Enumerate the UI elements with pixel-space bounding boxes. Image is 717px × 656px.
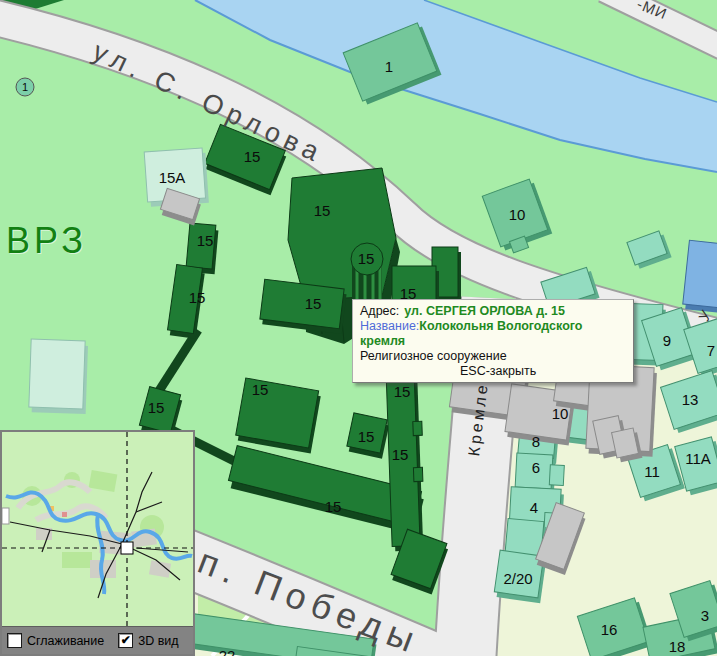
tooltip-address-row: Адрес:ул. СЕРГЕЯ ОРЛОВА д. 15 xyxy=(360,304,626,319)
address-value: ул. СЕРГЕЯ ОРЛОВА д. 15 xyxy=(404,304,565,318)
minimap-toolbar: Сглаживание ✔ 3D вид xyxy=(2,626,193,654)
building-label-15a: 15А xyxy=(159,169,186,186)
building-label-13: 13 xyxy=(682,391,699,408)
kremlin-label-15: 15 xyxy=(189,289,206,306)
address-label: Адрес: xyxy=(360,304,399,318)
building-label-10-north: 10 xyxy=(509,206,526,223)
view3d-checkbox[interactable]: ✔ xyxy=(118,633,133,648)
building-label-8: 8 xyxy=(532,433,540,450)
kremlin-label-15: 15 xyxy=(394,383,411,400)
view3d-checkbox-label: 3D вид xyxy=(138,634,178,648)
building-label-18: 18 xyxy=(669,638,686,655)
building-label-10: 10 xyxy=(552,405,569,422)
name-label: Название: xyxy=(360,319,419,333)
tooltip-dismiss-hint: ESC-закрыть xyxy=(360,364,626,379)
building-label-11a: 11А xyxy=(685,450,711,467)
map-view[interactable]: .kt{fill:#1f7c34;stroke:#0c3a16;stroke-w… xyxy=(0,0,717,656)
building-label-22: 22 xyxy=(219,647,236,656)
building-label-4: 4 xyxy=(530,499,538,516)
kremlin-label-15: 15 xyxy=(305,295,322,312)
building-label-7: 7 xyxy=(707,342,715,359)
view3d-checkmark: ✔ xyxy=(121,633,131,647)
kremlin-label-15: 15 xyxy=(325,498,342,515)
building-label-3: 3 xyxy=(701,607,709,624)
kremlin-label-15: 15 xyxy=(148,399,165,416)
marker-circle-label: 1 xyxy=(22,81,28,93)
building-label-11: 11 xyxy=(644,463,660,480)
kremlin-label-15: 15 xyxy=(252,381,269,398)
building-label-9: 9 xyxy=(663,332,671,349)
minimap-viewport-marker[interactable] xyxy=(121,542,133,554)
kremlin-label-15: 15 xyxy=(197,232,214,249)
tooltip-category: Религиозное сооружение xyxy=(360,349,626,364)
object-info-tooltip: Адрес:ул. СЕРГЕЯ ОРЛОВА д. 15 Название:К… xyxy=(352,299,634,383)
kremlin-label-15: 15 xyxy=(392,446,409,463)
kremlin-label-15: 15 xyxy=(358,250,375,267)
building-label-16: 16 xyxy=(601,621,618,638)
smoothing-checkbox[interactable] xyxy=(7,633,22,648)
kremlin-label-15: 15 xyxy=(358,428,375,445)
area-label-vrz: ВРЗ xyxy=(6,220,87,262)
building-label-2-20: 2/20 xyxy=(503,570,532,587)
kremlin-label-15: 15 xyxy=(244,148,261,165)
tooltip-name-row: Название:Колокольня Вологодского кремля xyxy=(360,319,626,349)
minimap[interactable]: Сглаживание ✔ 3D вид xyxy=(0,430,195,656)
minimap-canvas[interactable] xyxy=(2,432,193,626)
smoothing-checkbox-label: Сглаживание xyxy=(27,634,104,648)
building-label-6: 6 xyxy=(532,459,540,476)
building-label-riverside-1: 1 xyxy=(385,58,393,75)
kremlin-label-15: 15 xyxy=(314,202,331,219)
